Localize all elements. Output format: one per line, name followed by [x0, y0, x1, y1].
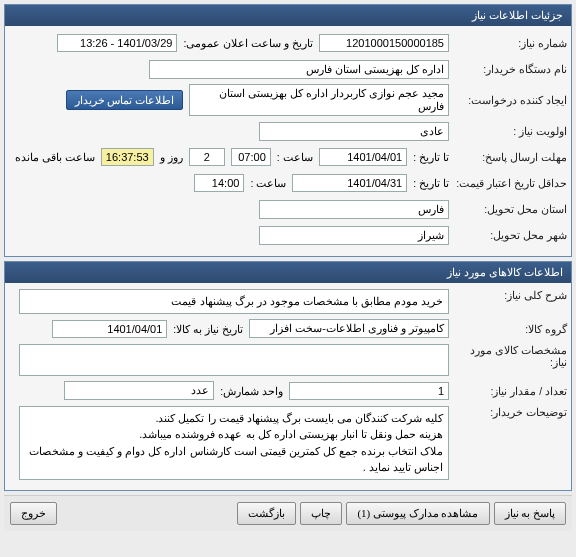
- province-label: استان محل تحویل:: [449, 203, 567, 215]
- row-province: استان محل تحویل: فارس: [9, 198, 567, 220]
- buyer-label: نام دستگاه خریدار:: [449, 63, 567, 75]
- row-deadline: مهلت ارسال پاسخ: تا تاریخ : 1401/04/01 س…: [9, 146, 567, 168]
- print-button[interactable]: چاپ: [300, 502, 342, 525]
- panel1-body: شماره نیاز: 1201000150000185 تاریخ و ساع…: [5, 26, 571, 256]
- deadline-label: مهلت ارسال پاسخ:: [449, 151, 567, 163]
- group-field[interactable]: کامپیوتر و فناوری اطلاعات-سخت افزار: [249, 319, 449, 338]
- announce-field[interactable]: 1401/03/29 - 13:26: [57, 34, 177, 52]
- row-spec: مشخصات کالای مورد نیاز:: [9, 344, 567, 376]
- spec-label: مشخصات کالای مورد نیاز:: [449, 344, 567, 368]
- footer-bar: پاسخ به نیاز مشاهده مدارک پیوستی (1) چاپ…: [4, 495, 572, 531]
- priority-field[interactable]: عادی: [259, 122, 449, 141]
- validity-time-label: ساعت :: [244, 177, 292, 189]
- exit-button[interactable]: خروج: [10, 502, 57, 525]
- back-button[interactable]: بازگشت: [237, 502, 296, 525]
- province-field[interactable]: فارس: [259, 200, 449, 219]
- row-priority: اولویت نیاز : عادی: [9, 120, 567, 142]
- days-count-field[interactable]: 2: [189, 148, 225, 166]
- desc-field[interactable]: خرید مودم مطابق با مشخصات موجود در برگ پ…: [19, 289, 449, 314]
- creator-field[interactable]: مجید عجم نوازی کاربردار اداره کل بهزیستی…: [189, 84, 449, 116]
- row-need-no: شماره نیاز: 1201000150000185 تاریخ و ساع…: [9, 32, 567, 54]
- reply-button[interactable]: پاسخ به نیاز: [494, 502, 567, 525]
- row-creator: ایجاد کننده درخواست: مجید عجم نوازی کارب…: [9, 84, 567, 116]
- validity-time-field[interactable]: 14:00: [194, 174, 244, 192]
- row-notes: توضیحات خریدار: کلیه شرکت کنندگان می بای…: [9, 406, 567, 480]
- panel1-title: جزئیات اطلاعات نیاز: [5, 5, 571, 26]
- contact-buyer-button[interactable]: اطلاعات تماس خریدار: [66, 90, 183, 110]
- desc-label: شرح کلی نیاز:: [449, 289, 567, 301]
- row-desc: شرح کلی نیاز: خرید مودم مطابق با مشخصات …: [9, 289, 567, 314]
- row-qty: تعداد / مقدار نیاز: 1 واحد شمارش: عدد: [9, 380, 567, 402]
- group-label: گروه کالا:: [449, 323, 567, 335]
- notes-field[interactable]: کلیه شرکت کنندگان می بایست برگ پیشنهاد ق…: [19, 406, 449, 480]
- announce-label: تاریخ و ساعت اعلان عمومی:: [177, 37, 319, 49]
- validity-to-label: تا تاریخ :: [407, 177, 449, 189]
- unit-label: واحد شمارش:: [214, 385, 289, 397]
- validity-date-field[interactable]: 1401/04/31: [292, 174, 407, 192]
- deadline-date-field[interactable]: 1401/04/01: [319, 148, 408, 166]
- row-buyer: نام دستگاه خریدار: اداره کل بهزیستی استا…: [9, 58, 567, 80]
- buyer-field[interactable]: اداره کل بهزیستی استان فارس: [149, 60, 449, 79]
- need-no-label: شماره نیاز:: [449, 37, 567, 49]
- notes-label: توضیحات خریدار:: [449, 406, 567, 418]
- need-date-field[interactable]: 1401/04/01: [52, 320, 167, 338]
- row-group: گروه کالا: کامپیوتر و فناوری اطلاعات-سخت…: [9, 318, 567, 340]
- city-label: شهر محل تحویل:: [449, 229, 567, 241]
- attachments-button[interactable]: مشاهده مدارک پیوستی (1): [346, 502, 489, 525]
- remaining-time-field: 16:37:53: [101, 148, 154, 166]
- days-and-label: روز و: [154, 151, 189, 163]
- panel2-body: شرح کلی نیاز: خرید مودم مطابق با مشخصات …: [5, 283, 571, 490]
- spec-field[interactable]: [19, 344, 449, 376]
- need-no-field[interactable]: 1201000150000185: [319, 34, 449, 52]
- qty-label: تعداد / مقدار نیاز:: [449, 385, 567, 397]
- panel2-title: اطلاعات کالاهای مورد نیاز: [5, 262, 571, 283]
- unit-field[interactable]: عدد: [64, 381, 214, 400]
- qty-field[interactable]: 1: [289, 382, 449, 400]
- need-details-panel: جزئیات اطلاعات نیاز شماره نیاز: 12010001…: [4, 4, 572, 257]
- deadline-to-label: تا تاریخ :: [407, 151, 449, 163]
- deadline-time-label: ساعت :: [271, 151, 319, 163]
- need-date-label: تاریخ نیاز به کالا:: [167, 323, 249, 335]
- creator-label: ایجاد کننده درخواست:: [449, 94, 567, 106]
- validity-label: حداقل تاریخ اعتبار قیمت:: [449, 177, 567, 190]
- row-city: شهر محل تحویل: شیراز: [9, 224, 567, 246]
- priority-label: اولویت نیاز :: [449, 125, 567, 137]
- remaining-label: ساعت باقی مانده: [9, 151, 101, 163]
- row-validity: حداقل تاریخ اعتبار قیمت: تا تاریخ : 1401…: [9, 172, 567, 194]
- deadline-time-field[interactable]: 07:00: [231, 148, 271, 166]
- city-field[interactable]: شیراز: [259, 226, 449, 245]
- goods-panel: اطلاعات کالاهای مورد نیاز شرح کلی نیاز: …: [4, 261, 572, 491]
- footer-spacer: [61, 502, 233, 525]
